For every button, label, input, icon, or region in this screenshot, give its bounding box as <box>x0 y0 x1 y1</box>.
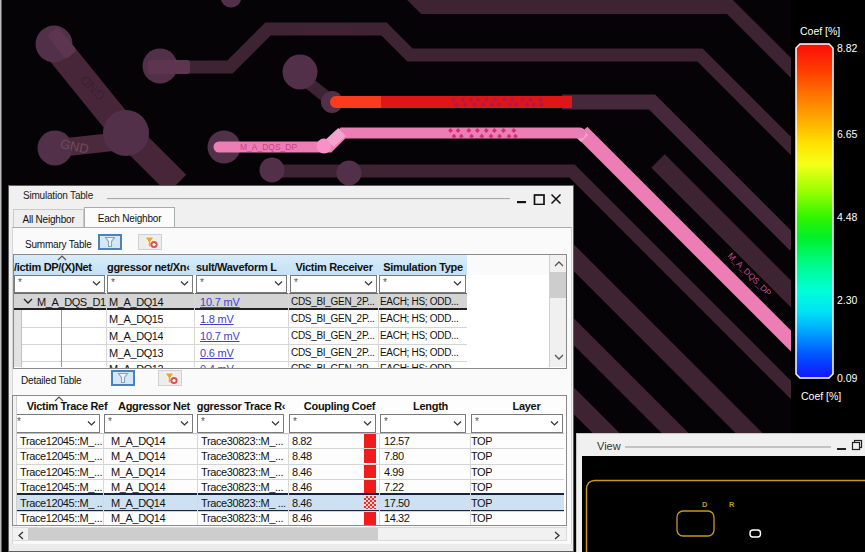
svg-text:2.30: 2.30 <box>837 294 858 306</box>
svg-text:0.09: 0.09 <box>837 372 858 384</box>
svg-text:8.82: 8.82 <box>837 42 858 54</box>
svg-text:6.65: 6.65 <box>837 128 858 140</box>
svg-text:M_A_DQS_DP: M_A_DQS_DP <box>240 142 297 152</box>
svg-text:R: R <box>729 500 735 509</box>
svg-text:Coef [%]: Coef [%] <box>801 390 841 402</box>
svg-text:4.48: 4.48 <box>837 211 858 223</box>
svg-text:M_A_DQS_DN: M_A_DQS_DN <box>305 27 352 35</box>
svg-text:Coef [%]: Coef [%] <box>800 25 840 37</box>
svg-text:D: D <box>702 500 708 509</box>
